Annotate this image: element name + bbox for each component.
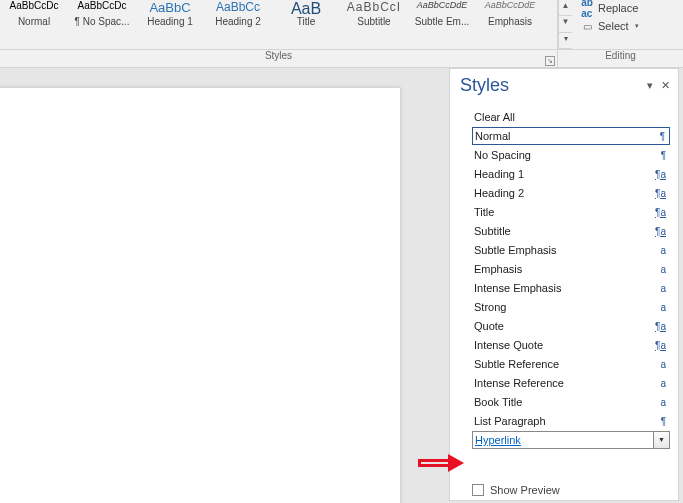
clear-all-button[interactable]: Clear All [472,108,670,126]
style-gallery-item[interactable]: AaBbCcDc ¶ No Spac... [68,0,136,27]
style-name: Subtitle [474,225,511,237]
style-name: Title [474,206,494,218]
close-icon[interactable]: ✕ [661,79,670,92]
style-gallery-label: Normal [0,16,68,27]
style-list-item[interactable]: Quote¶a [472,317,670,335]
style-list-item-hyperlink[interactable]: Hyperlink ▼ [472,431,670,449]
style-list-item[interactable]: Title¶a [472,203,670,221]
style-preview: AaBbCcDdE [476,0,544,14]
style-preview: AaBbCcI [340,0,408,14]
style-name: Hyperlink [475,434,521,446]
style-gallery-item[interactable]: AaBbCcDdE Subtle Em... [408,0,476,27]
style-list-item[interactable]: Intense Emphasisa [472,279,670,297]
style-preview: AaBbC [136,0,204,14]
gallery-down-icon[interactable]: ▼ [559,16,572,32]
style-preview: AaB [272,0,340,14]
ribbon: AaBbCcDc NormalAaBbCcDc ¶ No Spac...AaBb… [0,0,683,50]
style-gallery-item[interactable]: AaB Title [272,0,340,27]
gallery-up-icon[interactable]: ▲ [559,0,572,16]
style-list-item[interactable]: No Spacing¶ [472,146,670,164]
replace-label: Replace [598,2,638,14]
styles-group-label: Styles ↘ [0,50,558,67]
editing-group: abac Replace ▭ Select ▾ [572,0,682,49]
style-gallery-label: Title [272,16,340,27]
style-gallery-label: Subtle Em... [408,16,476,27]
style-list-item[interactable]: Intense Referencea [472,374,670,392]
style-preview: AaBbCcDdE [408,0,476,14]
ribbon-group-labels: Styles ↘ Editing [0,50,683,68]
select-icon: ▭ [580,19,594,33]
style-gallery-label: ¶ No Spac... [68,16,136,27]
styles-launcher-icon[interactable]: ↘ [545,56,555,66]
style-gallery-item[interactable]: AaBbCc Heading 2 [204,0,272,27]
style-list-item[interactable]: Subtitle¶a [472,222,670,240]
style-list: Clear All Normal¶No Spacing¶Heading 1¶aH… [450,106,678,478]
style-gallery-item[interactable]: AaBbCcDc Normal [0,0,68,27]
style-list-item[interactable]: Heading 1¶a [472,165,670,183]
editing-group-label: Editing [558,50,683,67]
style-dropdown-button[interactable]: ▼ [653,432,669,448]
checkbox-box [472,484,484,496]
style-preview: AaBbCcDc [0,0,68,14]
style-name: Book Title [474,396,522,408]
style-list-item[interactable]: Book Titlea [472,393,670,411]
style-list-item[interactable]: Stronga [472,298,670,316]
styles-gallery: AaBbCcDc NormalAaBbCcDc ¶ No Spac...AaBb… [0,0,558,49]
style-gallery-label: Subtitle [340,16,408,27]
style-list-item[interactable]: Heading 2¶a [472,184,670,202]
styles-pane: Styles ▾ ✕ Clear All Normal¶No Spacing¶H… [449,68,679,501]
pane-title: Styles [460,75,509,96]
style-name: Emphasis [474,263,522,275]
style-list-item[interactable]: Subtle Emphasisa [472,241,670,259]
show-preview-label: Show Preview [490,484,560,496]
style-preview: AaBbCc [204,0,272,14]
style-name: Strong [474,301,506,313]
pane-footer: Show Preview [450,478,678,500]
style-gallery-item[interactable]: AaBbC Heading 1 [136,0,204,27]
style-gallery-item[interactable]: AaBbCcDdE Emphasis [476,0,544,27]
style-list-item[interactable]: List Paragraph¶ [472,412,670,430]
style-name: Quote [474,320,504,332]
style-name: List Paragraph [474,415,546,427]
style-list-item[interactable]: Intense Quote¶a [472,336,670,354]
select-label: Select [598,20,629,32]
show-preview-checkbox[interactable]: Show Preview [472,484,670,496]
style-list-item[interactable]: Subtle Referencea [472,355,670,373]
gallery-more-icon[interactable]: ▾ [559,33,572,49]
gallery-scroll: ▲ ▼ ▾ [558,0,572,49]
chevron-down-icon: ▾ [635,22,639,30]
style-preview: AaBbCcDc [68,0,136,14]
style-name: Subtle Reference [474,358,559,370]
style-name: Subtle Emphasis [474,244,557,256]
style-name: Intense Emphasis [474,282,561,294]
replace-icon: abac [580,1,594,15]
style-name: Normal [475,130,510,142]
pane-options-icon[interactable]: ▾ [647,79,653,92]
style-name: Intense Quote [474,339,543,351]
style-name: Heading 2 [474,187,524,199]
style-name: Intense Reference [474,377,564,389]
replace-button[interactable]: abac Replace [578,0,676,16]
style-name: Heading 1 [474,168,524,180]
pane-header: Styles ▾ ✕ [450,69,678,106]
style-gallery-label: Heading 2 [204,16,272,27]
style-gallery-label: Heading 1 [136,16,204,27]
select-button[interactable]: ▭ Select ▾ [578,18,676,34]
style-list-item[interactable]: Normal¶ [472,127,670,145]
document-page[interactable] [0,88,400,503]
style-list-item[interactable]: Emphasisa [472,260,670,278]
style-name: No Spacing [474,149,531,161]
style-gallery-item[interactable]: AaBbCcI Subtitle [340,0,408,27]
style-gallery-label: Emphasis [476,16,544,27]
